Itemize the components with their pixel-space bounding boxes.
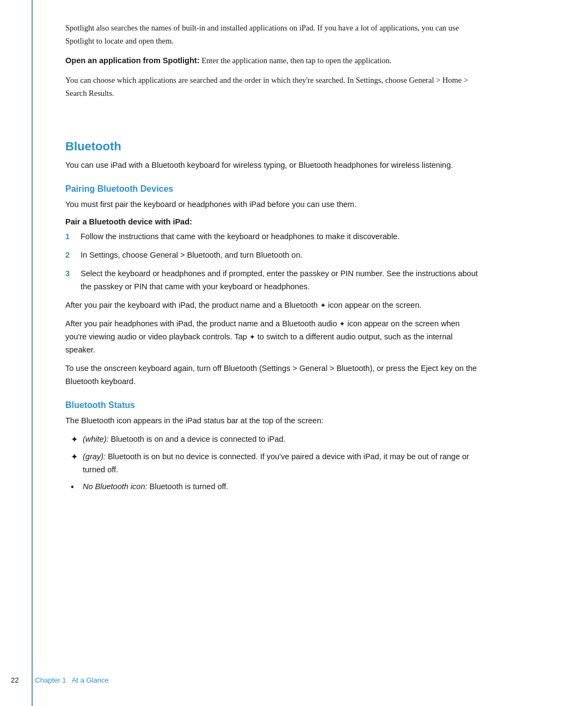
pairing-step-2: 2 In Settings, choose General > Bluetoot… (65, 249, 479, 262)
intro-para2: Open an application from Spotlight: Ente… (65, 54, 479, 68)
status-none-text: No Bluetooth icon: Bluetooth is turned o… (83, 480, 479, 494)
status-bullet-gray: ✦ (gray): Bluetooth is on but no device … (71, 451, 479, 477)
chapter-label-text: Chapter 1 (35, 676, 66, 684)
pairing-step-3: 3 Select the keyboard or headphones and … (65, 267, 479, 294)
pairing-intro: You must first pair the keyboard or head… (65, 198, 479, 211)
bluetooth-intro: You can use iPad with a Bluetooth keyboa… (65, 159, 479, 172)
intro-para3: You can choose which applications are se… (65, 74, 479, 100)
bluetooth-status-list: ✦ (white): Bluetooth is on and a device … (65, 433, 479, 494)
status-gray-label: (gray): (83, 452, 106, 461)
step-number-1: 1 (65, 230, 77, 244)
bluetooth-keyboard-icon: ✦ (320, 301, 326, 309)
open-app-label: Open an application from Spotlight: (65, 56, 200, 65)
chapter-link[interactable]: At a Glance (72, 676, 109, 684)
step-text-2: In Settings, choose General > Bluetooth,… (81, 249, 479, 262)
bullet-icon-white: ✦ (71, 433, 81, 446)
page-left-margin (0, 0, 33, 706)
step-text-3: Select the keyboard or headphones and if… (81, 267, 479, 294)
status-white-label: (white): (83, 435, 109, 443)
status-gray-text: (gray): Bluetooth is on but no device is… (83, 451, 479, 477)
after-step3-para1: After you pair the keyboard with iPad, t… (65, 299, 479, 312)
status-bullet-none: • No Bluetooth icon: Bluetooth is turned… (71, 480, 479, 494)
bullet-dot-none: • (71, 480, 81, 494)
bluetooth-status-title: Bluetooth Status (65, 400, 479, 410)
bullet-icon-gray: ✦ (71, 451, 81, 464)
main-content: Spotlight also searches the names of bui… (33, 0, 523, 706)
step-number-2: 2 (65, 249, 77, 262)
pairing-step-1: 1 Follow the instructions that came with… (65, 230, 479, 244)
bluetooth-audio-icon: ✦ (339, 320, 345, 328)
status-white-text: (white): Bluetooth is on and a device is… (83, 433, 479, 446)
chapter-label: Chapter 1 At a Glance (35, 676, 108, 684)
step-number-3: 3 (65, 267, 77, 281)
pairing-instruction-label: Pair a Bluetooth device with iPad: (65, 217, 479, 226)
step-text-1: Follow the instructions that came with t… (81, 230, 479, 244)
bluetooth-status-intro: The Bluetooth icon appears in the iPad s… (65, 415, 479, 428)
pairing-steps-list: 1 Follow the instructions that came with… (65, 230, 479, 294)
status-none-label: No Bluetooth icon: (83, 482, 148, 491)
open-app-text: Enter the application name, then tap to … (200, 56, 392, 65)
page-footer: 22 Chapter 1 At a Glance (0, 676, 588, 684)
after-step3-para3: To use the onscreen keyboard again, turn… (65, 362, 479, 388)
after-step3-para2: After you pair headphones with iPad, the… (65, 318, 479, 357)
bluetooth-section-title: Bluetooth (65, 139, 479, 154)
page-number: 22 (11, 676, 19, 684)
status-bullet-white: ✦ (white): Bluetooth is on and a device … (71, 433, 479, 446)
intro-para1: Spotlight also searches the names of bui… (65, 22, 479, 48)
bluetooth-tap-icon: ✦ (249, 333, 255, 341)
pairing-subsection-title: Pairing Bluetooth Devices (65, 184, 479, 194)
